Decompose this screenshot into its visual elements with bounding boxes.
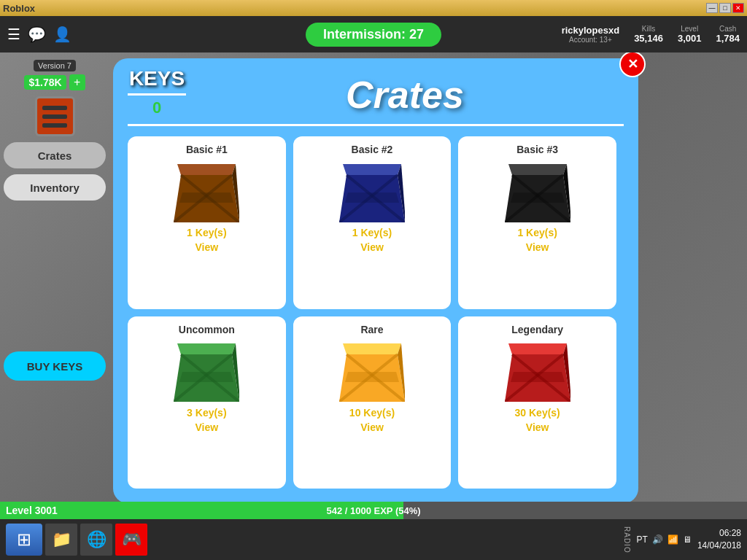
crate-name: Basic #2 <box>352 144 393 155</box>
cash-value: 1,784 <box>716 33 740 44</box>
svg-marker-35 <box>511 372 565 382</box>
svg-marker-23 <box>179 372 233 382</box>
kills-value: 35,146 <box>634 33 663 44</box>
crate-name: Basic #1 <box>186 144 228 155</box>
system-tray: PT 🔊 📶 🖥 <box>637 534 692 545</box>
display-icon: 🖥 <box>683 534 692 545</box>
crate-cost: 1 Key(s) <box>187 227 226 238</box>
crate-visual <box>501 158 574 224</box>
level-label: Level <box>678 25 702 33</box>
player-account: Account: 13+ <box>562 36 620 44</box>
crate-view-link[interactable]: View <box>196 241 219 253</box>
crate-cost: 1 Key(s) <box>352 227 392 238</box>
maximize-button[interactable]: □ <box>719 3 731 13</box>
add-cash-button[interactable]: + <box>69 74 85 90</box>
top-bar-right: rickylopesxd Account: 13+ Kills 35,146 L… <box>562 25 740 44</box>
svg-marker-17 <box>511 192 565 203</box>
clock-date: 14/04/2018 <box>697 540 741 552</box>
dialog-close-button[interactable]: ✕ <box>619 51 646 77</box>
top-bar: ☰ 💬 👤 Intermission: 27 rickylopesxd Acco… <box>0 16 747 52</box>
profile-icon[interactable]: 👤 <box>53 26 71 43</box>
crate-name: Rare <box>360 324 383 335</box>
level-value: 3,001 <box>678 33 702 44</box>
dialog-title: Crates <box>346 73 464 117</box>
player-name: rickylopesxd <box>562 25 620 36</box>
exp-text: 542 / 1000 EXP (54%) <box>326 505 420 516</box>
crate-cost: 3 Key(s) <box>187 407 226 419</box>
crate-view-link[interactable]: View <box>360 241 384 253</box>
crates-nav-button[interactable]: Crates <box>4 142 106 168</box>
title-bar: Roblox — □ ✕ <box>0 0 747 16</box>
h-line-1 <box>42 106 67 110</box>
crate-name: Legendary <box>511 324 563 335</box>
svg-marker-13 <box>508 164 567 175</box>
crate-card-rare[interactable]: Rare 10 Key(s) View <box>293 316 452 489</box>
left-panel: Version 7 $1.78K + Crates Inventory BUY … <box>0 52 109 475</box>
version-badge: Version 7 <box>34 60 76 71</box>
crate-visual <box>336 158 409 224</box>
dialog-header: Crates <box>128 73 624 117</box>
crate-name: Uncommon <box>179 324 235 335</box>
keys-count: 0 <box>152 98 161 117</box>
crate-visual <box>501 338 574 404</box>
svg-marker-25 <box>343 343 401 354</box>
svg-marker-1 <box>177 164 236 175</box>
h-line-3 <box>42 123 67 128</box>
intermission-badge: Intermission: 27 <box>306 23 441 47</box>
crate-card-legendary[interactable]: Legendary 30 Key(s) View <box>458 316 616 489</box>
close-button[interactable]: ✕ <box>732 3 744 13</box>
taskbar-app-chrome[interactable]: 🌐 <box>80 524 112 556</box>
language-indicator: PT <box>637 534 648 545</box>
crate-cost: 10 Key(s) <box>349 407 395 419</box>
exp-bar-background: Level 3001 542 / 1000 EXP (54%) <box>0 502 747 519</box>
svg-marker-11 <box>345 192 399 203</box>
cash-display: $1.78K <box>24 75 66 90</box>
cash-row: $1.78K + <box>24 74 85 90</box>
crate-cost: 1 Key(s) <box>517 227 557 238</box>
crate-visual <box>170 158 243 224</box>
crates-dialog: ✕ Crates Basic #1 1 Key(s) View Basic #2 <box>113 58 638 503</box>
level-text: Level 3001 <box>6 502 58 519</box>
player-info: rickylopesxd Account: 13+ <box>562 25 620 44</box>
intermission-area: Intermission: 27 <box>306 23 441 47</box>
chat-icon[interactable]: 💬 <box>28 26 46 43</box>
crate-view-link[interactable]: View <box>196 421 219 433</box>
svg-marker-19 <box>177 343 236 354</box>
taskbar-app-roblox[interactable]: 🎮 <box>115 524 147 556</box>
cash-label: Cash <box>716 25 740 33</box>
crate-view-link[interactable]: View <box>360 421 384 433</box>
crate-visual <box>336 338 409 404</box>
clock-time: 06:28 <box>697 527 741 540</box>
cash-stat: Cash 1,784 <box>716 25 740 44</box>
inventory-nav-button[interactable]: Inventory <box>4 174 106 201</box>
crate-view-link[interactable]: View <box>526 241 549 253</box>
kills-label: Kills <box>634 25 663 33</box>
crate-card-uncommon[interactable]: Uncommon 3 Key(s) View <box>128 316 286 489</box>
kills-stat: Kills 35,146 <box>634 25 663 44</box>
taskbar-app-explorer[interactable]: 📁 <box>45 524 77 556</box>
crate-cost: 30 Key(s) <box>515 407 560 419</box>
crate-visual <box>170 338 243 404</box>
minimize-button[interactable]: — <box>706 3 718 13</box>
start-button[interactable]: ⊞ <box>6 524 42 556</box>
svg-marker-5 <box>179 192 233 203</box>
svg-marker-31 <box>508 343 567 354</box>
svg-marker-7 <box>343 164 401 175</box>
svg-marker-29 <box>345 372 399 382</box>
taskbar: ⊞ 📁 🌐 🎮 RADIO PT 🔊 📶 🖥 06:28 14/04/2018 <box>0 519 747 560</box>
top-bar-icons: ☰ 💬 👤 <box>7 26 71 43</box>
buy-keys-button[interactable]: BUY KEYS <box>4 351 106 381</box>
crate-card-basic--3[interactable]: Basic #3 1 Key(s) View <box>458 136 616 309</box>
crate-card-basic--1[interactable]: Basic #1 1 Key(s) View <box>128 136 286 309</box>
crate-name: Basic #3 <box>516 144 558 155</box>
hamburger-icon <box>42 106 67 128</box>
title-bar-title: Roblox <box>3 3 35 14</box>
h-line-2 <box>42 114 67 119</box>
volume-icon[interactable]: 🔊 <box>652 534 663 545</box>
menu-icon[interactable]: ☰ <box>7 26 20 43</box>
crate-view-link[interactable]: View <box>526 421 549 433</box>
dialog-divider <box>128 124 624 126</box>
bottom-bar: Level 3001 542 / 1000 EXP (54%) ⊞ 📁 🌐 🎮 … <box>0 502 747 560</box>
crate-card-basic--2[interactable]: Basic #2 1 Key(s) View <box>293 136 452 309</box>
network-icon: 📶 <box>667 534 678 545</box>
